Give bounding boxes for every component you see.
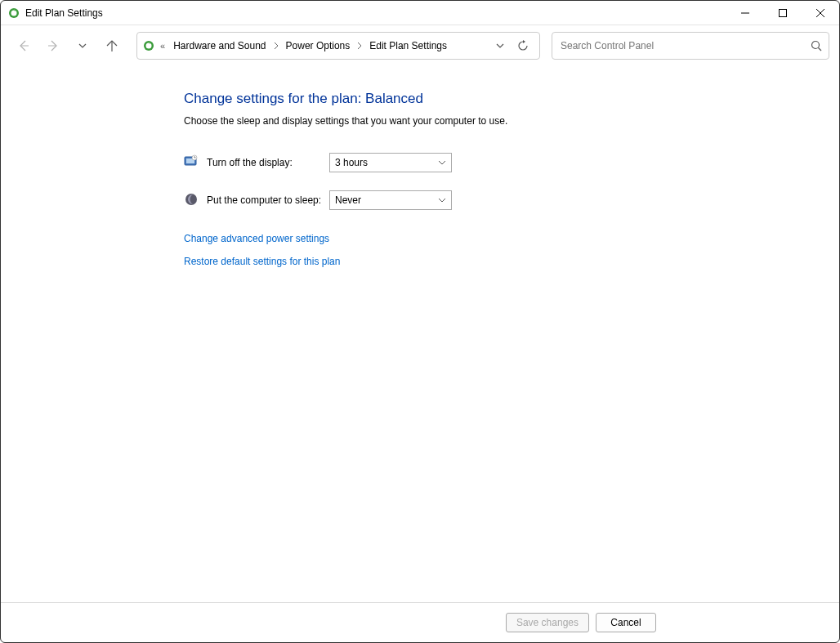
forward-button[interactable] <box>40 33 66 59</box>
sleep-dropdown[interactable]: Never <box>329 190 452 210</box>
svg-point-10 <box>146 43 152 49</box>
power-options-app-icon <box>7 7 20 20</box>
sleep-label: Put the computer to sleep: <box>207 194 329 206</box>
chevron-right-icon[interactable] <box>355 42 364 50</box>
footer: Save changes Cancel <box>1 603 839 642</box>
turn-off-display-value: 3 hours <box>335 157 438 168</box>
links-block: Change advanced power settings Restore d… <box>184 233 806 267</box>
svg-line-12 <box>819 48 822 51</box>
svg-rect-3 <box>780 9 787 16</box>
page-subtext: Choose the sleep and display settings th… <box>184 115 806 127</box>
advanced-power-settings-link[interactable]: Change advanced power settings <box>184 233 806 244</box>
turn-off-display-dropdown[interactable]: 3 hours <box>329 153 452 172</box>
power-options-icon <box>142 39 155 52</box>
sleep-row: Put the computer to sleep: Never <box>184 190 806 210</box>
chevron-down-icon <box>438 196 446 204</box>
svg-point-11 <box>812 42 820 49</box>
breadcrumb-hardware-and-sound[interactable]: Hardware and Sound <box>168 37 270 55</box>
refresh-button[interactable] <box>512 34 534 57</box>
search-box[interactable] <box>552 32 829 60</box>
address-bar[interactable]: « Hardware and Sound Power Options Edit … <box>136 32 540 60</box>
svg-point-1 <box>11 10 17 16</box>
restore-defaults-link[interactable]: Restore default settings for this plan <box>184 256 806 267</box>
breadcrumb-edit-plan-settings[interactable]: Edit Plan Settings <box>364 37 452 55</box>
close-button[interactable] <box>802 1 839 25</box>
breadcrumb-overflow-icon[interactable]: « <box>160 41 165 51</box>
recent-locations-button[interactable] <box>69 33 96 59</box>
save-changes-button[interactable]: Save changes <box>506 613 589 632</box>
search-input[interactable] <box>559 39 811 52</box>
turn-off-display-row: Turn off the display: 3 hours <box>184 153 806 172</box>
up-button[interactable] <box>99 33 125 59</box>
cancel-button[interactable]: Cancel <box>596 613 656 632</box>
search-icon[interactable] <box>811 40 822 51</box>
content-area: Change settings for the plan: Balanced C… <box>1 66 839 603</box>
chevron-down-icon <box>438 159 446 167</box>
display-icon <box>184 154 200 171</box>
turn-off-display-label: Turn off the display: <box>207 157 329 168</box>
chevron-right-icon[interactable] <box>271 42 281 50</box>
window-title: Edit Plan Settings <box>25 7 103 19</box>
page-heading: Change settings for the plan: Balanced <box>184 91 806 107</box>
breadcrumb-power-options[interactable]: Power Options <box>281 37 355 55</box>
titlebar: Edit Plan Settings <box>1 1 839 25</box>
window-controls <box>726 1 839 25</box>
moon-icon <box>184 192 200 208</box>
back-button[interactable] <box>11 33 37 59</box>
sleep-value: Never <box>335 194 438 206</box>
address-history-button[interactable] <box>489 34 512 57</box>
navigation-row: « Hardware and Sound Power Options Edit … <box>1 25 839 66</box>
maximize-button[interactable] <box>764 1 802 25</box>
minimize-button[interactable] <box>726 1 764 25</box>
